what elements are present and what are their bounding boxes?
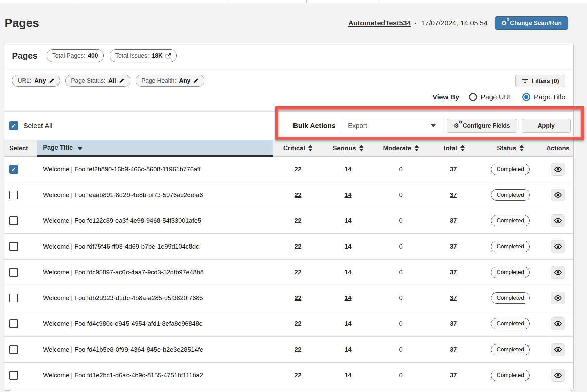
bulk-action-select[interactable]: Export (342, 118, 442, 133)
eye-icon (554, 295, 562, 301)
serious-count-link[interactable]: 14 (344, 346, 351, 353)
critical-count-link[interactable]: 22 (294, 320, 301, 327)
total-count-link[interactable]: 37 (450, 191, 457, 199)
total-count-link[interactable]: 37 (450, 320, 457, 327)
view-by-option-page-title[interactable]: Page Title (522, 93, 565, 101)
filters-button-label: Filters (0) (532, 78, 559, 85)
radio-label: Page Title (534, 93, 565, 101)
critical-count-link[interactable]: 22 (294, 294, 301, 302)
critical-count-link[interactable]: 22 (294, 243, 301, 250)
table-row: ✓ Welcome | Foo feaab891-8d29-4e8b-bf73-… (4, 182, 573, 208)
filter-chip-label: URL: (18, 77, 31, 84)
bulk-action-selected-value: Export (348, 122, 367, 130)
row-checkbox[interactable]: ✓ (9, 371, 18, 380)
row-checkbox[interactable]: ✓ (9, 345, 18, 354)
eye-icon (554, 269, 562, 275)
filters-button[interactable]: Filters (0) (515, 75, 565, 87)
row-checkbox[interactable]: ✓ (9, 165, 18, 174)
total-count-link[interactable]: 37 (450, 346, 457, 353)
scan-name-link[interactable]: AutomatedTest534 (348, 19, 411, 27)
page-title: Pages (5, 16, 39, 30)
serious-count-link[interactable]: 14 (344, 217, 351, 224)
row-checkbox[interactable]: ✓ (9, 216, 18, 225)
column-header-critical[interactable]: Critical (273, 140, 323, 157)
filter-chip-page-status[interactable]: Page Status: All (65, 75, 130, 87)
eye-icon (554, 218, 562, 224)
serious-count-link[interactable]: 14 (344, 269, 351, 276)
row-checkbox[interactable]: ✓ (9, 294, 18, 302)
status-badge: Completed (491, 189, 530, 201)
view-page-button[interactable] (551, 266, 565, 279)
column-header-status[interactable]: Status (479, 140, 542, 157)
serious-count-link[interactable]: 14 (344, 243, 351, 250)
critical-count-link[interactable]: 22 (294, 217, 301, 224)
serious-count-link[interactable]: 14 (344, 320, 351, 327)
apply-button[interactable]: Apply (522, 119, 571, 133)
page-title-cell: Welcome | Foo fdb2d923-d1dc-4b8a-a285-d5… (43, 294, 203, 302)
select-all[interactable]: ✓ Select All (9, 121, 52, 130)
radio-page-url[interactable] (469, 93, 477, 101)
total-count-link[interactable]: 37 (450, 243, 457, 250)
column-header-moderate[interactable]: Moderate (373, 140, 428, 157)
view-page-button[interactable] (551, 214, 565, 227)
bulk-actions-row: ✓ Select All Bulk Actions Export ⚙⚙ Conf… (4, 112, 573, 140)
table-row: ✓ Welcome | Foo fdc95897-ac6c-4aa7-9cd3-… (4, 260, 573, 285)
filter-chip-page-health[interactable]: Page Health: Any (136, 75, 204, 87)
table-row: ✓ Welcome | Foo fe122c89-ea3f-4e98-9468-… (4, 208, 573, 234)
view-by-option-page-url[interactable]: Page URL (469, 93, 513, 101)
change-scan-run-button[interactable]: ⚙⚙ Change Scan/Run (495, 16, 568, 30)
row-checkbox[interactable]: ✓ (9, 268, 18, 277)
filter-icon (522, 79, 528, 83)
critical-count-link[interactable]: 22 (294, 269, 301, 276)
eye-icon (554, 321, 562, 327)
column-header-total[interactable]: Total (428, 140, 479, 157)
eye-icon (554, 166, 562, 172)
critical-count-link[interactable]: 22 (294, 166, 301, 173)
view-page-button[interactable] (551, 189, 565, 201)
critical-count-link[interactable]: 22 (294, 372, 301, 379)
serious-count-link[interactable]: 14 (344, 294, 351, 302)
view-page-button[interactable] (551, 317, 565, 330)
apply-label: Apply (538, 122, 555, 129)
view-page-button[interactable] (551, 343, 565, 356)
column-header-page-title[interactable]: Page Title (37, 140, 273, 157)
row-checkbox[interactable]: ✓ (9, 319, 18, 328)
filter-chip-value: Any (179, 77, 190, 84)
view-page-button[interactable] (551, 240, 565, 253)
serious-count-link[interactable]: 14 (344, 191, 351, 199)
total-count-link[interactable]: 37 (450, 217, 457, 224)
separator-dot: · (415, 19, 417, 27)
critical-count-link[interactable]: 22 (294, 346, 301, 353)
total-count-link[interactable]: 37 (450, 372, 457, 379)
view-page-button[interactable] (551, 369, 565, 382)
total-pages-label: Total Pages: (52, 52, 85, 59)
total-count-link[interactable]: 37 (450, 294, 457, 302)
row-checkbox[interactable]: ✓ (9, 191, 18, 199)
sort-icon (520, 145, 524, 151)
gears-icon: ⚙⚙ (454, 123, 459, 129)
bulk-controls: Bulk Actions Export ⚙⚙ Configure Fields … (293, 118, 571, 133)
page-title-cell: Welcome | Foo fe122c89-ea3f-4e98-9468-54… (43, 217, 201, 224)
row-checkbox[interactable]: ✓ (9, 242, 18, 251)
column-header-serious[interactable]: Serious (323, 140, 373, 157)
view-by-label: View By (433, 93, 459, 101)
critical-count-link[interactable]: 22 (294, 191, 301, 199)
view-page-button[interactable] (551, 292, 565, 304)
top-strip-partial-table (0, 0, 587, 3)
configure-fields-button[interactable]: ⚙⚙ Configure Fields (447, 119, 517, 133)
serious-count-link[interactable]: 14 (344, 166, 351, 173)
select-all-checkbox[interactable]: ✓ (9, 121, 18, 130)
serious-count-link[interactable]: 14 (344, 372, 351, 379)
moderate-count: 0 (399, 294, 403, 302)
filter-chips: URL: Any Page Status: All Page Health: A… (12, 75, 204, 87)
total-pages-chip: Total Pages: 400 (47, 49, 104, 62)
total-count-link[interactable]: 37 (450, 166, 457, 173)
radio-page-title[interactable] (522, 93, 530, 101)
filter-chip-url[interactable]: URL: Any (12, 75, 60, 87)
external-link-icon (165, 53, 171, 59)
view-page-button[interactable] (551, 163, 565, 176)
total-count-link[interactable]: 37 (450, 269, 457, 276)
table-row: ✓ Welcome | Foo fef2b890-16b9-466c-8608-… (4, 157, 573, 182)
total-issues-chip[interactable]: Total Issues: 18K (110, 49, 177, 62)
table-row: ✓ Welcome | Foo fd41b5e8-0f99-4364-845e-… (4, 337, 573, 363)
